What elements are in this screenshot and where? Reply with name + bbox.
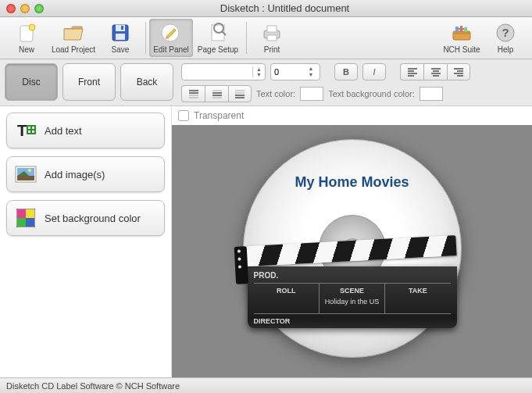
font-size-input[interactable]	[274, 67, 305, 77]
svg-rect-16	[455, 27, 459, 32]
transparent-label: Transparent	[194, 110, 244, 121]
svg-rect-33	[17, 218, 26, 227]
clap-director: DIRECTOR	[254, 314, 451, 325]
add-text-icon: T	[15, 120, 37, 141]
valign-bottom-icon	[235, 89, 245, 99]
new-file-icon	[15, 22, 38, 44]
editpanel-label: Edit Panel	[153, 45, 189, 54]
svg-rect-34	[26, 218, 34, 227]
stepper-icon[interactable]: ▲▼	[252, 66, 265, 77]
text-bgcolor-swatch[interactable]	[420, 87, 443, 101]
svg-rect-12	[267, 26, 277, 32]
align-center-button[interactable]	[423, 63, 447, 80]
svg-rect-29	[17, 176, 34, 180]
sidebar: T Add text Add image(s) Set background c…	[0, 106, 172, 377]
valign-top-button[interactable]	[181, 85, 205, 102]
italic-button[interactable]: I	[362, 63, 386, 80]
valign-middle-button[interactable]	[205, 85, 228, 102]
clap-roll: ROLL	[255, 287, 317, 295]
add-text-label: Add text	[45, 125, 82, 137]
tab-back[interactable]: Back	[120, 63, 173, 101]
svg-rect-18	[464, 27, 467, 32]
color-grid-icon	[15, 208, 37, 228]
svg-text:T: T	[17, 122, 27, 139]
nch-suite-button[interactable]: NCH Suite	[440, 19, 484, 57]
image-icon	[15, 164, 37, 184]
disc-title-text[interactable]: My Home Movies	[244, 174, 461, 191]
help-icon: ?	[494, 22, 517, 44]
format-bar: Disc Front Back ▲▼ ▲▼ B I	[0, 59, 532, 106]
surface-tabs: Disc Front Back	[5, 63, 173, 101]
floppy-icon	[109, 22, 132, 44]
new-button[interactable]: New	[5, 19, 48, 57]
clapper-slate: PROD. ROLL SCENEHoliday in the US TAKE D…	[248, 266, 457, 328]
valign-bottom-button[interactable]	[228, 85, 252, 102]
bold-button[interactable]: B	[334, 63, 358, 80]
add-image-button[interactable]: Add image(s)	[6, 156, 165, 192]
design-canvas[interactable]: My Home Movies PROD. ROLL SCENEHoliday i…	[172, 125, 532, 377]
vertical-align-group	[181, 85, 252, 102]
pagesetup-label: Page Setup	[198, 45, 238, 54]
folder-open-icon	[62, 22, 85, 44]
main-area: T Add text Add image(s) Set background c…	[0, 106, 532, 377]
zoom-icon[interactable]	[34, 4, 44, 13]
edit-panel-icon	[159, 22, 183, 44]
printer-icon	[260, 22, 284, 44]
clap-scene: SCENE	[321, 287, 383, 295]
edit-panel-button[interactable]: Edit Panel	[149, 19, 193, 57]
align-right-icon	[454, 67, 463, 77]
svg-rect-17	[460, 26, 462, 32]
set-bgcolor-button[interactable]: Set background color	[6, 200, 165, 236]
clapperboard[interactable]: PROD. ROLL SCENEHoliday in the US TAKE D…	[248, 246, 457, 328]
textcolor-label: Text color:	[256, 89, 295, 98]
main-toolbar: New Load Project Save Edit Panel Page Se…	[0, 17, 532, 59]
align-center-icon	[431, 67, 441, 77]
tab-disc[interactable]: Disc	[5, 63, 58, 101]
status-bar: Disketch CD Label Software © NCH Softwar…	[0, 377, 532, 393]
toolbar-separator	[145, 22, 146, 54]
svg-point-28	[28, 169, 31, 172]
valign-top-icon	[189, 89, 198, 99]
print-button[interactable]: Print	[250, 19, 294, 57]
stepper-icon[interactable]: ▲▼	[305, 66, 316, 78]
font-size-field[interactable]: ▲▼	[270, 63, 320, 80]
clap-take: TAKE	[387, 287, 448, 295]
svg-rect-6	[121, 26, 123, 30]
align-right-button[interactable]	[447, 63, 470, 80]
status-text: Disketch CD Label Software © NCH Softwar…	[6, 381, 180, 391]
add-image-label: Add image(s)	[45, 169, 105, 180]
tab-front[interactable]: Front	[62, 63, 116, 101]
nchsuite-label: NCH Suite	[443, 45, 480, 54]
align-left-icon	[408, 67, 417, 77]
load-project-button[interactable]: Load Project	[48, 19, 98, 57]
window-titlebar: Disketch : Untitled document	[0, 0, 532, 17]
set-bgcolor-label: Set background color	[45, 213, 141, 224]
align-left-button[interactable]	[400, 63, 423, 80]
window-title: Disketch : Untitled document	[44, 2, 526, 14]
transparent-checkbox[interactable]	[178, 110, 189, 121]
text-color-swatch[interactable]	[300, 87, 323, 101]
save-label: Save	[112, 45, 130, 54]
add-text-button[interactable]: T Add text	[6, 113, 165, 148]
help-button[interactable]: ? Help	[484, 19, 527, 57]
save-button[interactable]: Save	[98, 19, 142, 57]
svg-rect-31	[17, 209, 26, 218]
new-label: New	[19, 45, 34, 54]
svg-rect-5	[116, 34, 125, 40]
clap-scene-value: Holiday in the US	[321, 295, 383, 310]
font-family-combo[interactable]: ▲▼	[181, 63, 266, 80]
load-label: Load Project	[52, 45, 95, 54]
clapper-stripes	[246, 235, 456, 266]
svg-rect-4	[116, 25, 125, 31]
svg-rect-13	[267, 35, 277, 41]
page-setup-button[interactable]: Page Setup	[193, 19, 243, 57]
transparent-row: Transparent	[172, 106, 532, 125]
minimize-icon[interactable]	[20, 4, 30, 13]
svg-text:?: ?	[502, 26, 509, 39]
bgcolor-label: Text background color:	[328, 89, 415, 98]
close-icon[interactable]	[6, 4, 16, 13]
print-label: Print	[264, 45, 280, 54]
clap-prod: PROD.	[254, 271, 451, 284]
disc-preview[interactable]: My Home Movies PROD. ROLL SCENEHoliday i…	[243, 139, 462, 358]
canvas-wrap: Transparent My Home Movies PROD. ROLL SC…	[172, 106, 532, 377]
